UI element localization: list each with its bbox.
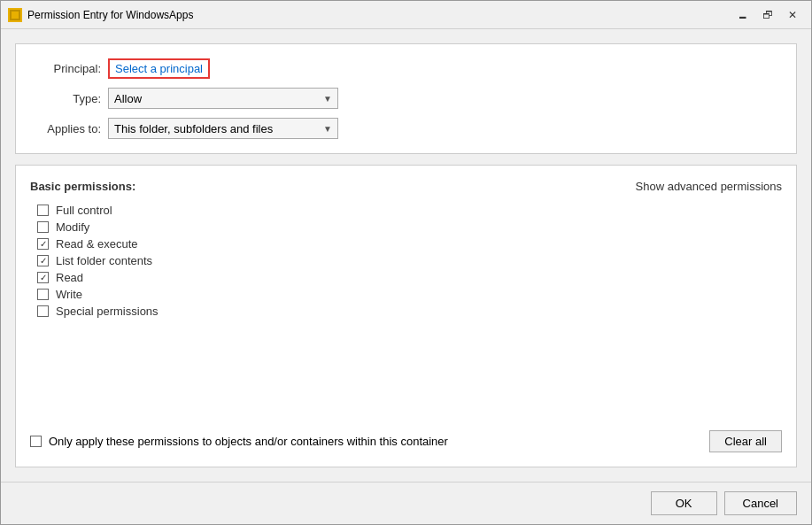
- titlebar: Permission Entry for WindowsApps 🗕 🗗 ✕: [1, 1, 811, 29]
- apply-permissions-label: Only apply these permissions to objects …: [49, 435, 448, 448]
- label-full-control: Full control: [56, 204, 112, 217]
- top-panel: Principal: Select a principal Type: Allo…: [15, 43, 797, 154]
- principal-label: Principal:: [30, 62, 101, 75]
- label-read: Read: [56, 271, 83, 284]
- applies-to-value: This folder, subfolders and files: [114, 122, 273, 135]
- applies-to-dropdown-arrow: ▼: [323, 124, 332, 134]
- type-dropdown-arrow: ▼: [323, 94, 332, 104]
- type-dropdown[interactable]: Allow ▼: [108, 88, 338, 109]
- maximize-button[interactable]: 🗗: [756, 4, 779, 27]
- close-button[interactable]: ✕: [781, 4, 804, 27]
- permission-item-write: Write: [37, 288, 782, 301]
- cancel-button[interactable]: Cancel: [724, 491, 797, 515]
- window: Permission Entry for WindowsApps 🗕 🗗 ✕ P…: [0, 0, 812, 525]
- permission-item-modify: Modify: [37, 220, 782, 234]
- checkbox-list-folder[interactable]: [37, 255, 49, 266]
- checkbox-modify[interactable]: [37, 221, 49, 233]
- type-row: Type: Allow ▼: [30, 88, 782, 109]
- dialog-footer: OK Cancel: [1, 482, 811, 524]
- permission-item-read: Read: [37, 271, 782, 284]
- apply-checkbox-row: Only apply these permissions to objects …: [30, 435, 448, 448]
- checkbox-write[interactable]: [37, 289, 49, 300]
- applies-to-row: Applies to: This folder, subfolders and …: [30, 118, 782, 139]
- clear-all-button[interactable]: Clear all: [709, 430, 782, 452]
- label-write: Write: [56, 288, 82, 301]
- apply-permissions-checkbox[interactable]: [30, 436, 42, 447]
- permissions-list: Full controlModifyRead & executeList fol…: [37, 204, 782, 318]
- label-list-folder: List folder contents: [56, 254, 152, 267]
- window-title: Permission Entry for WindowsApps: [27, 9, 731, 21]
- main-content: Principal: Select a principal Type: Allo…: [1, 29, 811, 482]
- label-special: Special permissions: [56, 305, 159, 318]
- ok-button[interactable]: OK: [651, 491, 717, 515]
- minimize-button[interactable]: 🗕: [731, 4, 754, 27]
- checkbox-read[interactable]: [37, 272, 49, 283]
- checkbox-read-execute[interactable]: [37, 238, 49, 250]
- permissions-title: Basic permissions:: [30, 180, 135, 193]
- titlebar-controls: 🗕 🗗 ✕: [731, 4, 804, 27]
- window-icon: [8, 8, 22, 22]
- select-principal-button[interactable]: Select a principal: [108, 58, 210, 79]
- label-modify: Modify: [56, 220, 89, 234]
- checkbox-full-control[interactable]: [37, 205, 49, 216]
- permissions-header: Basic permissions: Show advanced permiss…: [30, 180, 782, 193]
- permissions-panel: Basic permissions: Show advanced permiss…: [15, 165, 797, 467]
- permission-item-special: Special permissions: [37, 305, 782, 318]
- type-label: Type:: [30, 92, 101, 105]
- applies-to-label: Applies to:: [30, 122, 101, 135]
- checkbox-special[interactable]: [37, 305, 49, 317]
- show-advanced-button[interactable]: Show advanced permissions: [636, 180, 782, 193]
- permission-item-full-control: Full control: [37, 204, 782, 217]
- principal-row: Principal: Select a principal: [30, 58, 782, 79]
- applies-to-dropdown[interactable]: This folder, subfolders and files ▼: [108, 118, 338, 139]
- bottom-row: Only apply these permissions to objects …: [30, 420, 782, 452]
- label-read-execute: Read & execute: [56, 237, 138, 251]
- type-value: Allow: [114, 92, 142, 105]
- permission-item-read-execute: Read & execute: [37, 237, 782, 251]
- permission-item-list-folder: List folder contents: [37, 254, 782, 267]
